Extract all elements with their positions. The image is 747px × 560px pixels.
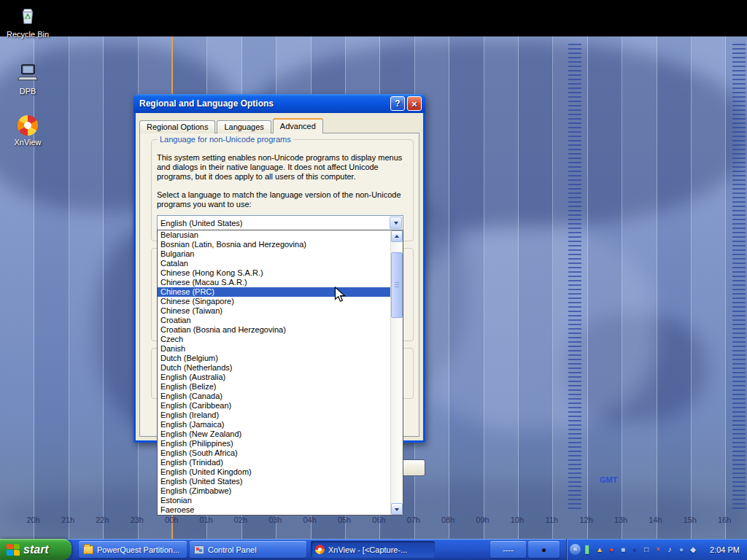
dropdown-item[interactable]: Chinese (Hong Kong S.A.R.) <box>158 268 390 278</box>
tray-icons: ▋▲●■▪□×♪●◆ <box>583 544 705 556</box>
desktop-icon-recycle-bin[interactable]: Recycle Bin <box>0 4 55 39</box>
taskbar-button-powerquest[interactable]: PowerQuest Partition... <box>79 541 187 558</box>
dropdown-item[interactable]: Estonian <box>158 496 390 505</box>
taskbar-button-dashes[interactable]: ---- <box>490 541 526 558</box>
dropdown-item[interactable]: Belarusian <box>158 230 390 240</box>
window-titlebar[interactable]: Regional and Language Options ? × <box>133 94 425 113</box>
combobox-value: English (United States) <box>158 219 389 228</box>
tray-display-icon[interactable]: ■ <box>618 544 628 556</box>
hour-label: 07h <box>396 516 430 524</box>
non-unicode-language-combobox[interactable]: English (United States) <box>157 215 403 230</box>
dropdown-item[interactable]: English (New Zealand) <box>158 429 390 439</box>
windows-flag-icon <box>7 544 20 556</box>
scroll-down-button[interactable] <box>391 503 403 515</box>
tray-network-icon[interactable]: ● <box>676 544 686 556</box>
dropdown-scrollbar[interactable] <box>390 230 403 515</box>
laptop-icon <box>15 61 40 83</box>
hour-label: 11h <box>535 516 569 524</box>
dropdown-item[interactable]: Chinese (Taiwan) <box>158 306 390 316</box>
dropdown-item[interactable]: Chinese (Macau S.A.R.) <box>158 278 390 287</box>
dark-app-icon: ● <box>541 545 546 554</box>
dropdown-item[interactable]: English (Belize) <box>158 382 390 392</box>
dropdown-items: BelarusianBosnian (Latin, Bosnia and Her… <box>158 230 390 515</box>
tray-close-icon[interactable]: × <box>653 544 663 556</box>
tray-alert-icon[interactable]: ● <box>606 544 616 556</box>
hour-label: 20h <box>16 516 50 524</box>
combobox-dropdown-button[interactable] <box>390 217 402 229</box>
taskbar-button-xnview[interactable]: XnView - [<Capture-... <box>311 541 435 558</box>
hour-label: 21h <box>50 516 85 524</box>
tray-meter-icon[interactable]: ▋ <box>583 544 593 556</box>
desktop-icon-dpb[interactable]: DPB <box>0 61 55 96</box>
dropdown-item[interactable]: English (Ireland) <box>158 411 390 420</box>
dropdown-item[interactable]: Faeroese <box>158 505 390 515</box>
taskbar-clock[interactable]: 2:04 PM <box>705 545 747 554</box>
start-label: start <box>23 543 49 556</box>
tray-device-icon[interactable]: ◆ <box>688 544 698 556</box>
tray-volume-icon[interactable]: ♪ <box>665 544 675 556</box>
dropdown-item[interactable]: English (Caribbean) <box>158 401 390 411</box>
dropdown-item[interactable]: English (Canada) <box>158 392 390 401</box>
hour-label: 10h <box>500 516 534 524</box>
tab-regional-options[interactable]: Regional Options <box>139 120 215 133</box>
hour-label: 00h <box>155 516 189 524</box>
description-text: This system setting enables non-Unicode … <box>157 153 406 182</box>
tray-hide-icons-button[interactable]: « <box>570 544 581 555</box>
tray-shield-icon[interactable]: ▲ <box>595 544 605 556</box>
hour-label: 02h <box>223 516 258 524</box>
folder-icon <box>83 545 93 554</box>
hour-label: 01h <box>189 516 223 524</box>
dropdown-item[interactable]: Chinese (Singapore) <box>158 297 390 306</box>
taskbar-button-control-panel[interactable]: Control Panel <box>190 541 306 558</box>
dropdown-item[interactable]: Catalan <box>158 259 390 268</box>
dropdown-item[interactable]: Bulgarian <box>158 249 390 259</box>
hour-label: 03h <box>258 516 293 524</box>
gmt-label: GMT <box>600 475 617 484</box>
dropdown-item[interactable]: Chinese (PRC) <box>158 287 390 297</box>
dropdown-item[interactable]: Croatian <box>158 316 390 325</box>
edge-hatch <box>732 44 746 510</box>
taskbar-button-dark-app[interactable]: ● <box>528 541 560 558</box>
dropdown-item[interactable]: Dutch (Belgium) <box>158 354 390 363</box>
hour-label: 16h <box>708 516 742 524</box>
hour-label: 05h <box>327 516 361 524</box>
dropdown-item[interactable]: English (Trinidad) <box>158 458 390 467</box>
arrow-up-icon <box>395 233 399 238</box>
dropdown-item[interactable]: English (United Kingdom) <box>158 467 390 477</box>
tray-frame-icon[interactable]: □ <box>641 544 651 556</box>
desktop-icon-label: DPB <box>0 87 55 96</box>
tab-advanced[interactable]: Advanced <box>273 118 323 133</box>
hour-label: 04h <box>293 516 327 524</box>
desktop-icon-xnview[interactable]: XnView <box>0 115 55 147</box>
instruction-text: Select a language to match the language … <box>157 190 409 209</box>
desktop-top-band <box>0 0 747 36</box>
mouse-cursor <box>334 287 347 304</box>
dropdown-item[interactable]: Czech <box>158 335 390 344</box>
hour-label: 06h <box>362 516 396 524</box>
dropdown-item[interactable]: English (South Africa) <box>158 448 390 458</box>
dropdown-item[interactable]: English (Zimbabwe) <box>158 486 390 496</box>
dropdown-item[interactable]: English (Australia) <box>158 373 390 382</box>
start-button[interactable]: start <box>0 539 71 560</box>
dropdown-item[interactable]: Bosnian (Latin, Bosnia and Herzegovina) <box>158 240 390 249</box>
taskbar: start PowerQuest Partition... Control Pa… <box>0 539 747 560</box>
help-button[interactable]: ? <box>390 96 405 111</box>
dropdown-item[interactable]: Dutch (Netherlands) <box>158 363 390 373</box>
dropdown-item[interactable]: English (Jamaica) <box>158 420 390 429</box>
chevron-down-icon <box>394 222 398 227</box>
dropdown-item[interactable]: English (Philippines) <box>158 439 390 448</box>
dropdown-item[interactable]: Croatian (Bosnia and Herzegovina) <box>158 325 390 335</box>
tray-window-icon[interactable]: ▪ <box>630 544 640 556</box>
hour-label: 09h <box>465 516 500 524</box>
xnview-logo-icon <box>18 115 38 136</box>
close-button[interactable]: × <box>407 96 422 111</box>
hour-label: 23h <box>120 516 154 524</box>
scrollbar-thumb[interactable] <box>391 252 403 318</box>
dropdown-item[interactable]: Danish <box>158 344 390 354</box>
tab-languages[interactable]: Languages <box>217 120 271 133</box>
dropdown-item[interactable]: English (United States) <box>158 477 390 486</box>
language-dropdown-list: BelarusianBosnian (Latin, Bosnia and Her… <box>157 230 403 516</box>
xnview-icon <box>315 545 325 554</box>
hour-label: 12h <box>569 516 603 524</box>
scroll-up-button[interactable] <box>391 230 403 242</box>
